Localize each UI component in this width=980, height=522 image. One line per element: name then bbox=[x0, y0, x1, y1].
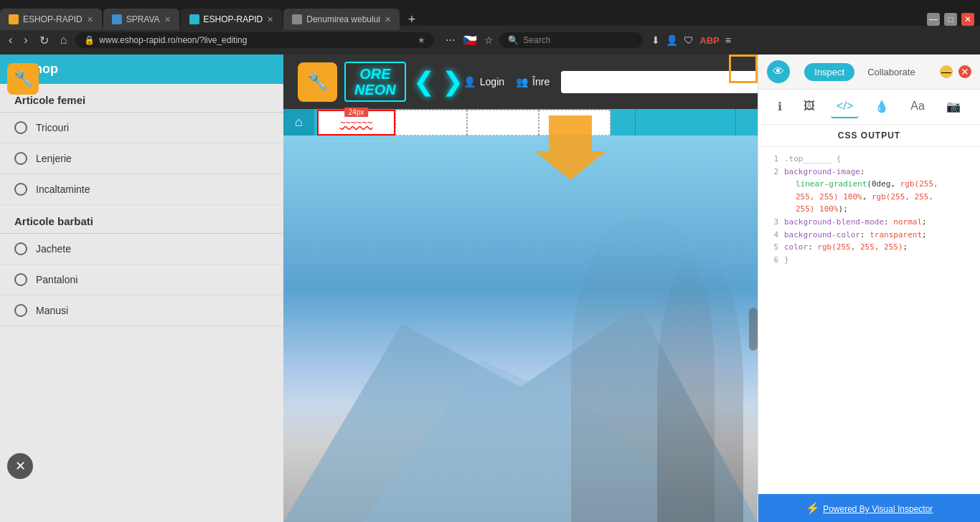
flag-icon[interactable]: 🇨🇿 bbox=[463, 34, 477, 47]
user-icon[interactable]: 👤 bbox=[666, 34, 678, 46]
extensions-icon[interactable]: ⋯ bbox=[446, 34, 456, 46]
orange-bracket-arrow bbox=[283, 54, 312, 105]
collaborate-tab[interactable]: Collaborate bbox=[857, 63, 925, 81]
label-tricouri: Tricouri bbox=[36, 122, 69, 133]
nav-item-4[interactable] bbox=[539, 110, 611, 136]
header-search-form: 🔍 bbox=[561, 71, 758, 93]
inspector-tool-icons: ℹ 🖼 </> 💧 Aa 📷 bbox=[758, 90, 980, 125]
logo-line2: NEON bbox=[354, 82, 396, 98]
section-title-women: Articole femei bbox=[0, 84, 283, 113]
image-icon[interactable]: 🖼 bbox=[798, 95, 821, 118]
inspector-header: 👁 Inspect Collaborate — ✕ bbox=[758, 54, 980, 90]
arrow-right-bracket: ❯ bbox=[442, 67, 463, 97]
camera-icon[interactable]: 📷 bbox=[941, 95, 966, 118]
site-nav: ⌂ 24px ~~~~~~ bbox=[283, 109, 758, 136]
star-icon[interactable]: ☆ bbox=[484, 34, 494, 46]
search-bar[interactable]: 🔍 bbox=[499, 32, 643, 48]
inspector-footer[interactable]: ⚡ Powered By Visual Inspector bbox=[758, 494, 980, 522]
nav-spacing-label: 24px bbox=[344, 108, 369, 117]
tab-eshop-rapid-1[interactable]: ESHOP-RAPID ✕ bbox=[0, 9, 102, 30]
radio-pantaloni[interactable] bbox=[14, 273, 27, 286]
tab-close-1[interactable]: ✕ bbox=[87, 15, 93, 24]
tab-favicon-4 bbox=[292, 14, 302, 24]
css-line-8: 5 color: rgb(255, 255, 255); bbox=[767, 241, 971, 254]
browser-maximize[interactable]: □ bbox=[944, 13, 957, 26]
register-label: Înre bbox=[532, 76, 550, 87]
arrow-left-bracket: ❮ bbox=[413, 67, 435, 97]
label-manusi: Manusi bbox=[36, 305, 68, 316]
css-line-4: 255, 255) 100%, rgb(255, 255, bbox=[767, 191, 971, 204]
minimize-button[interactable]: — bbox=[940, 65, 953, 78]
nav-home-button[interactable]: ⌂ bbox=[283, 109, 314, 136]
search-input[interactable] bbox=[523, 35, 634, 45]
browser-chrome: ESHOP-RAPID ✕ SPRAVA ✕ ESHOP-RAPID ✕ Den… bbox=[0, 0, 980, 54]
powered-by-link[interactable]: Powered By Visual Inspector bbox=[823, 504, 933, 514]
nav-item-2[interactable] bbox=[395, 110, 467, 136]
radio-jachete[interactable] bbox=[14, 242, 27, 255]
sidebar-item-incaltaminte[interactable]: Incaltaminte bbox=[0, 174, 283, 205]
adblock-icon[interactable]: ABP bbox=[699, 35, 719, 46]
info-icon[interactable]: ℹ bbox=[772, 95, 788, 118]
radio-incaltaminte[interactable] bbox=[14, 183, 27, 196]
radio-manusi[interactable] bbox=[14, 304, 27, 317]
sidebar-item-manusi[interactable]: Manusi bbox=[0, 295, 283, 326]
url-bar[interactable]: 🔒 www.eshop-rapid.ro/neon/?live_editing … bbox=[75, 32, 434, 48]
back-button[interactable]: ‹ bbox=[6, 31, 15, 49]
css-selector-1: .top______ { bbox=[784, 153, 841, 166]
tab-denumirea[interactable]: Denumirea webului ✕ bbox=[283, 9, 400, 30]
radio-tricouri[interactable] bbox=[14, 121, 27, 134]
css-content-4: 255, 255) 100%, rgb(255, 255, bbox=[784, 191, 933, 204]
download-icon[interactable]: ⬇ bbox=[651, 34, 660, 46]
inspect-tab[interactable]: Inspect bbox=[804, 63, 854, 81]
register-button[interactable]: 👥 Înre bbox=[516, 76, 550, 87]
sidebar-item-tricouri[interactable]: Tricouri bbox=[0, 113, 283, 143]
close-x-button[interactable]: ✕ bbox=[7, 453, 33, 479]
tab-eshop-rapid-2[interactable]: ESHOP-RAPID ✕ bbox=[181, 9, 283, 30]
login-label: Login bbox=[480, 76, 504, 87]
browser-minimize[interactable]: — bbox=[927, 13, 940, 26]
css-line-5: 255) 100%); bbox=[767, 203, 971, 216]
css-content-8: color: rgb(255, 255, 255); bbox=[784, 241, 908, 254]
css-selector-2: } bbox=[784, 254, 789, 267]
bookmark-icon[interactable]: ★ bbox=[418, 35, 425, 45]
paint-icon[interactable]: 💧 bbox=[869, 95, 895, 118]
label-incaltaminte: Incaltaminte bbox=[36, 184, 90, 195]
radio-lenjerie[interactable] bbox=[14, 152, 27, 165]
css-line-3: linear-gradient(0deg, rgb(255, bbox=[767, 178, 971, 191]
line-num-2: 2 bbox=[767, 166, 778, 179]
reload-button[interactable]: ↻ bbox=[37, 31, 52, 50]
wrench-button[interactable]: 🔧 bbox=[7, 63, 39, 95]
css-content-6: background-blend-mode: normal; bbox=[784, 216, 927, 229]
register-icon: 👥 bbox=[516, 76, 528, 87]
new-tab-button[interactable]: + bbox=[401, 9, 423, 30]
font-icon[interactable]: Aa bbox=[905, 95, 930, 118]
sidebar-header: E-shop bbox=[0, 54, 283, 84]
tab-sprava[interactable]: SPRAVA ✕ bbox=[103, 9, 179, 30]
sidebar-item-lenjerie[interactable]: Lenjerie bbox=[0, 143, 283, 174]
tab-close-4[interactable]: ✕ bbox=[385, 15, 391, 24]
left-sidebar: E-shop Articole femei Tricouri Lenjerie … bbox=[0, 54, 283, 522]
shield-icon[interactable]: 🛡 bbox=[684, 34, 694, 46]
login-icon: 👤 bbox=[463, 76, 476, 87]
sidebar-item-pantaloni[interactable]: Pantaloni bbox=[0, 265, 283, 295]
menu-icon[interactable]: ≡ bbox=[725, 34, 731, 46]
site-header: 🔧 ORE NEON ❮ ❯ bbox=[283, 54, 758, 109]
sidebar-item-jachete[interactable]: Jachete bbox=[0, 234, 283, 265]
tab-label-4: Denumirea webului bbox=[306, 14, 380, 24]
tab-close-3[interactable]: ✕ bbox=[267, 15, 273, 24]
close-inspector-button[interactable]: ✕ bbox=[958, 65, 971, 78]
login-button[interactable]: 👤 Login bbox=[463, 76, 504, 87]
home-button[interactable]: ⌂ bbox=[57, 31, 70, 49]
hero-section bbox=[283, 136, 758, 522]
tab-label-2: SPRAVA bbox=[126, 14, 160, 24]
header-search-input[interactable] bbox=[561, 72, 758, 92]
line-num-8: 5 bbox=[767, 241, 778, 254]
forward-button[interactable]: › bbox=[21, 31, 30, 49]
nav-item-3[interactable] bbox=[467, 110, 539, 136]
browser-close[interactable]: ✕ bbox=[961, 13, 974, 26]
scroll-indicator[interactable] bbox=[749, 308, 758, 351]
css-code: 1 .top______ { 2 background-image: linea… bbox=[758, 147, 980, 272]
code-icon[interactable]: </> bbox=[831, 95, 859, 118]
tab-close-2[interactable]: ✕ bbox=[164, 15, 171, 24]
main-content: E-shop Articole femei Tricouri Lenjerie … bbox=[0, 54, 980, 522]
